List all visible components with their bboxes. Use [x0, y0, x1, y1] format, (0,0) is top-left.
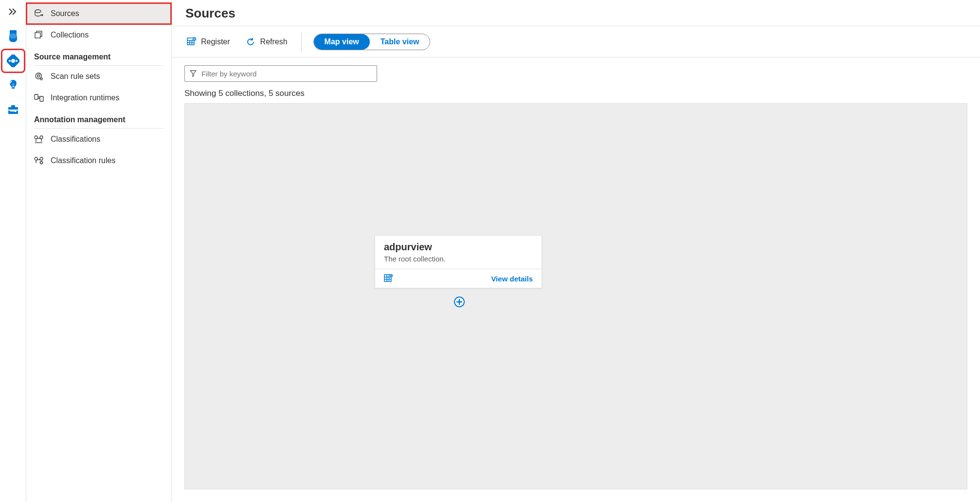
sidenav-item-collections[interactable]: Collections — [26, 24, 171, 46]
table-view-label: Table view — [381, 37, 419, 46]
register-icon — [186, 37, 196, 47]
rail-item-insights[interactable] — [4, 76, 22, 94]
main-content: Sources Register — [171, 0, 980, 502]
sidenav-group-source-mgmt: Source management — [26, 46, 171, 65]
filter-icon — [190, 70, 197, 77]
toolbar-divider — [301, 32, 302, 52]
svg-rect-22 — [40, 96, 43, 101]
sidenav-item-integration-runtimes[interactable]: Integration runtimes — [26, 87, 171, 109]
filter-row — [172, 57, 980, 85]
sidenav-item-label: Collections — [51, 31, 89, 39]
sidenav-item-label: Classifications — [51, 135, 100, 144]
add-child-button[interactable] — [454, 296, 465, 308]
scan-icon — [34, 72, 44, 81]
sources-icon — [34, 9, 44, 18]
svg-point-23 — [35, 136, 37, 139]
refresh-icon — [246, 37, 255, 47]
svg-rect-17 — [35, 33, 40, 38]
svg-point-24 — [40, 136, 43, 139]
collections-icon — [34, 31, 44, 39]
svg-point-25 — [35, 157, 37, 160]
lightbulb-icon — [8, 79, 18, 92]
sidenav-item-classification-rules[interactable]: Classification rules — [26, 150, 171, 171]
svg-point-14 — [14, 110, 16, 112]
svg-point-6 — [9, 60, 11, 62]
plus-circle-icon — [454, 296, 465, 308]
svg-point-15 — [35, 10, 41, 13]
svg-point-20 — [40, 78, 42, 80]
nav-rail — [0, 0, 26, 502]
data-map-icon — [7, 55, 19, 67]
svg-point-5 — [11, 59, 15, 63]
sidenav-item-sources[interactable]: Sources — [26, 3, 171, 24]
view-toggle: Map view Table view — [313, 34, 431, 50]
svg-point-26 — [40, 157, 43, 160]
svg-rect-8 — [12, 87, 15, 89]
chevron-double-right-icon — [9, 8, 18, 15]
svg-point-3 — [9, 34, 17, 39]
collection-node-subtitle: The root collection. — [384, 255, 533, 263]
svg-rect-13 — [10, 111, 15, 112]
rail-item-data[interactable] — [4, 27, 22, 46]
map-canvas[interactable]: adpurview The root collection. — [184, 103, 967, 489]
sidenav-item-scan-rule-sets[interactable]: Scan rule sets — [26, 66, 171, 87]
toolbar: Register Refresh Map view Table view — [172, 26, 980, 57]
sidenav-item-label: Classification rules — [51, 156, 115, 165]
svg-point-7 — [16, 60, 18, 62]
toolbox-icon — [7, 104, 19, 115]
table-view-toggle[interactable]: Table view — [370, 34, 430, 50]
database-icon — [8, 30, 18, 43]
svg-rect-21 — [35, 94, 38, 99]
classifications-icon — [34, 135, 44, 143]
view-details-link[interactable]: View details — [491, 275, 533, 283]
sidenav-item-label: Sources — [51, 9, 79, 18]
register-label: Register — [201, 37, 230, 46]
classification-rules-icon — [34, 157, 44, 165]
filter-keyword-input[interactable] — [201, 70, 372, 78]
map-view-toggle[interactable]: Map view — [314, 34, 370, 50]
refresh-label: Refresh — [260, 37, 288, 46]
results-summary: Showing 5 collections, 5 sources — [172, 85, 980, 103]
sidenav-item-label: Scan rule sets — [51, 72, 100, 81]
svg-point-19 — [37, 75, 40, 77]
svg-point-27 — [40, 162, 43, 164]
svg-rect-11 — [11, 105, 15, 107]
refresh-button[interactable]: Refresh — [244, 34, 290, 50]
filter-input-wrapper[interactable] — [184, 65, 377, 82]
grid-icon[interactable] — [384, 274, 393, 283]
rail-item-management[interactable] — [4, 100, 22, 119]
collection-node-title: adpurview — [384, 242, 533, 253]
sidenav-group-annotation-mgmt: Annotation management — [26, 109, 171, 128]
expand-nav-button[interactable] — [5, 5, 21, 19]
register-button[interactable]: Register — [184, 34, 232, 50]
side-navigation: Sources Collections Source management — [26, 0, 171, 502]
canvas-wrap: adpurview The root collection. — [172, 103, 980, 502]
integration-icon — [34, 94, 44, 102]
sidenav-item-classifications[interactable]: Classifications — [26, 129, 171, 150]
svg-rect-12 — [8, 110, 18, 111]
sidenav-item-label: Integration runtimes — [51, 93, 119, 102]
rail-item-data-map[interactable] — [4, 52, 22, 70]
map-view-label: Map view — [325, 37, 359, 46]
collection-node-card[interactable]: adpurview The root collection. — [375, 235, 542, 288]
page-title: Sources — [172, 0, 980, 26]
